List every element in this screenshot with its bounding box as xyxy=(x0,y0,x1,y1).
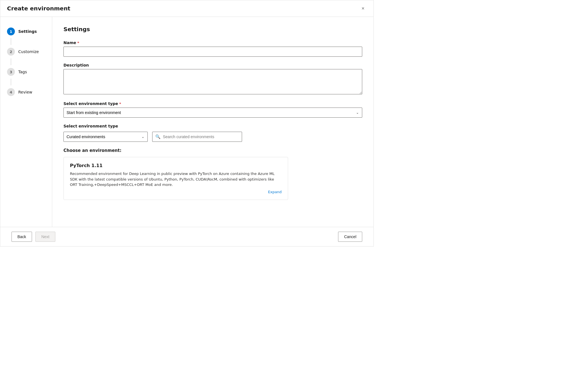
search-icon: 🔍 xyxy=(155,134,161,139)
dialog-header: Create environment × xyxy=(0,0,373,17)
stepper: 1 Settings 2 Customize 3 Tags 4 Review xyxy=(0,17,52,227)
env-type-sub-label: Select environment type xyxy=(63,124,362,128)
section-title: Settings xyxy=(63,26,362,33)
step-circle-4: 4 xyxy=(7,88,15,96)
step-label-review: Review xyxy=(18,90,32,94)
dialog-title: Create environment xyxy=(7,5,70,12)
step-label-settings: Settings xyxy=(18,29,37,34)
step-connector-2 xyxy=(11,58,11,65)
choose-label: Choose an environment: xyxy=(63,148,362,153)
main-content: Settings Name * Description Select env xyxy=(52,17,373,227)
description-label: Description xyxy=(63,63,362,67)
cancel-button[interactable]: Cancel xyxy=(338,232,362,242)
env-type-sub-select[interactable]: Curated environments xyxy=(63,132,148,142)
env-type-field-group: Select environment type * Start from exi… xyxy=(63,101,362,118)
step-settings[interactable]: 1 Settings xyxy=(7,26,45,37)
env-type-required-star: * xyxy=(119,102,121,106)
create-environment-dialog: Create environment × 1 Settings 2 Custom… xyxy=(0,0,374,247)
expand-link[interactable]: Expand xyxy=(70,190,282,194)
footer-left: Back Next xyxy=(12,232,55,242)
name-label: Name * xyxy=(63,40,362,45)
step-tags[interactable]: 3 Tags xyxy=(7,66,45,78)
step-connector-1 xyxy=(11,38,11,45)
env-type-sub-select-wrapper: Curated environments ⌄ xyxy=(63,132,148,142)
step-connector-3 xyxy=(11,79,11,85)
env-type-label: Select environment type * xyxy=(63,101,362,106)
dialog-body: 1 Settings 2 Customize 3 Tags 4 Review S… xyxy=(0,17,373,227)
close-button[interactable]: × xyxy=(359,5,367,12)
next-button[interactable]: Next xyxy=(35,232,55,242)
env-type-select[interactable]: Start from existing environment xyxy=(63,108,362,118)
env-type-sub-field-group: Select environment type Curated environm… xyxy=(63,124,362,142)
step-customize[interactable]: 2 Customize xyxy=(7,46,45,57)
description-field-group: Description xyxy=(63,63,362,95)
env-card-title: PyTorch 1.11 xyxy=(70,163,282,168)
name-required-star: * xyxy=(77,41,79,45)
step-label-tags: Tags xyxy=(18,70,27,74)
step-circle-1: 1 xyxy=(7,28,15,35)
back-button[interactable]: Back xyxy=(12,232,32,242)
description-input[interactable] xyxy=(63,69,362,94)
env-card-description: Recommended environment for Deep Learnin… xyxy=(70,171,282,188)
step-circle-2: 2 xyxy=(7,48,15,56)
env-type-select-wrapper: Start from existing environment ⌄ xyxy=(63,108,362,118)
step-circle-3: 3 xyxy=(7,68,15,76)
step-review[interactable]: 4 Review xyxy=(7,86,45,98)
search-input[interactable] xyxy=(163,135,239,139)
env-card: PyTorch 1.11 Recommended environment for… xyxy=(63,157,288,200)
name-field-group: Name * xyxy=(63,40,362,57)
dialog-footer: Back Next Cancel xyxy=(0,227,373,246)
name-input[interactable] xyxy=(63,47,362,57)
step-label-customize: Customize xyxy=(18,49,39,54)
env-type-row: Curated environments ⌄ 🔍 xyxy=(63,132,362,142)
search-box[interactable]: 🔍 xyxy=(152,132,242,142)
